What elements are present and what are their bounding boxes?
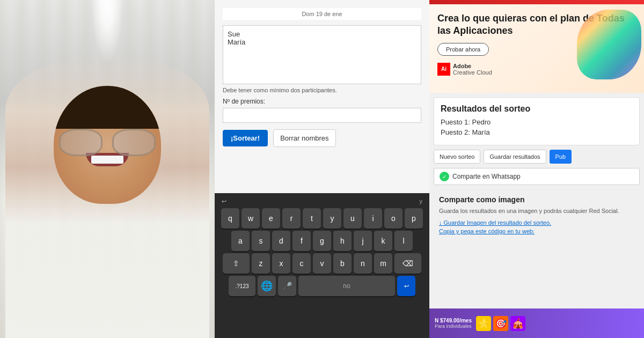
results-title: Resultados del sorteo: [441, 104, 633, 114]
keyboard-row-3: ⇧ z x c v b n m ⌫: [217, 253, 427, 274]
person-hair: [54, 86, 161, 129]
results-action-buttons: Nuevo sorteo Guardar resultados Pub: [434, 150, 640, 164]
key-n[interactable]: n: [354, 253, 372, 274]
date-bar: Dom 19 de ene: [223, 8, 421, 20]
embed-code-link[interactable]: Copia y pega este código en tu web:: [439, 228, 634, 234]
glasses-icon: [59, 129, 156, 156]
key-m[interactable]: m: [374, 253, 392, 274]
key-z[interactable]: z: [252, 253, 270, 274]
key-t[interactable]: t: [303, 208, 321, 229]
key-shift[interactable]: ⇧: [223, 253, 250, 274]
selfie-background: [0, 0, 215, 338]
bottom-icon-2: 🎯: [493, 316, 508, 331]
keyboard-row-1: q w e r t y u i o p: [217, 208, 427, 229]
key-g[interactable]: g: [313, 231, 331, 251]
adobe-logo-text: Adobe Creative Cloud: [453, 63, 492, 76]
share-image-section: Comparte como imagen Guarda los resultad…: [434, 189, 640, 242]
key-i[interactable]: i: [364, 208, 382, 229]
key-s[interactable]: s: [252, 231, 270, 251]
keyboard-top-row: ↩ y: [217, 196, 427, 207]
key-a[interactable]: a: [231, 231, 250, 251]
bottom-icon-3: 🎪: [510, 316, 525, 331]
sortear-button[interactable]: ¡Sortear!: [223, 130, 268, 146]
premios-label: Nº de premios:: [223, 98, 421, 105]
action-buttons-row: ¡Sortear! Borrar nombres: [223, 129, 421, 147]
key-v[interactable]: v: [313, 253, 331, 274]
key-u[interactable]: u: [343, 208, 362, 229]
person-silhouette: [5, 54, 209, 338]
key-c[interactable]: c: [292, 253, 311, 274]
premios-input[interactable]: [223, 108, 421, 123]
whatsapp-share-button[interactable]: ✓ Comparte en Whatsapp: [434, 168, 640, 185]
key-b[interactable]: b: [333, 253, 352, 274]
tablet-screen: Dom 19 de ene Sue María Debe tener como …: [215, 0, 429, 204]
tablet-frame: [429, 0, 644, 4]
adobe-try-button[interactable]: Probar ahora: [437, 43, 489, 56]
key-d[interactable]: d: [272, 231, 290, 251]
adobe-logo-icon: Ai: [437, 63, 450, 76]
key-l[interactable]: l: [394, 231, 413, 251]
facebook-pub-button[interactable]: Pub: [550, 150, 572, 164]
key-o[interactable]: o: [384, 208, 402, 229]
light-glare: [91, 0, 123, 64]
names-textarea[interactable]: Sue María: [223, 25, 421, 84]
result-item-1: Puesto 1: Pedro: [441, 118, 633, 126]
download-image-link[interactable]: ↓ Guardar Imagen del resultado del sorte…: [439, 219, 634, 226]
key-q[interactable]: q: [221, 208, 239, 229]
key-emoji[interactable]: 🌐: [258, 276, 276, 296]
bottom-icon-1: 🌟: [476, 316, 491, 331]
tablet-keyboard-panel: Dom 19 de ene Sue María Debe tener como …: [215, 0, 429, 338]
key-return[interactable]: ↩: [397, 276, 415, 296]
key-x[interactable]: x: [272, 253, 290, 274]
key-space[interactable]: no: [298, 276, 395, 296]
adobe-ad-banner: Crea lo que quieras con el plan de Todas…: [429, 4, 644, 93]
bottom-promo-banner: N $749.00/mes Para individuales 🌟 🎯 🎪: [429, 308, 644, 338]
key-h[interactable]: h: [333, 231, 352, 251]
key-e[interactable]: e: [262, 208, 280, 229]
virtual-keyboard: ↩ y q w e r t y u i o p a s d f g h j k …: [215, 193, 429, 338]
keyboard-row-4: .?123 🌐 🎤 no ↩: [217, 276, 427, 296]
keyboard-row-2: a s d f g h j k l: [217, 231, 427, 251]
borrar-button[interactable]: Borrar nombres: [273, 129, 335, 147]
share-image-description: Guarda los resultados en una imagen y po…: [439, 207, 634, 215]
raffle-results-panel: Crea lo que quieras con el plan de Todas…: [429, 0, 644, 338]
key-j[interactable]: j: [354, 231, 372, 251]
bottom-banner-icons: 🌟 🎯 🎪: [476, 316, 525, 331]
nuevo-sorteo-button[interactable]: Nuevo sorteo: [434, 150, 480, 164]
key-w[interactable]: w: [241, 208, 260, 229]
selfie-panel: [0, 0, 215, 338]
share-image-title: Comparte como imagen: [439, 195, 634, 204]
key-r[interactable]: r: [282, 208, 301, 229]
bottom-banner-text: N $749.00/mes Para individuales: [435, 318, 472, 329]
whatsapp-icon: ✓: [440, 172, 449, 181]
adobe-decorative-image: [577, 10, 641, 79]
results-section: Resultados del sorteo Puesto 1: Pedro Pu…: [434, 97, 640, 145]
key-numbers[interactable]: .?123: [229, 276, 255, 296]
key-y[interactable]: y: [323, 208, 341, 229]
key-backspace[interactable]: ⌫: [394, 253, 421, 274]
key-mic[interactable]: 🎤: [278, 276, 296, 296]
result-item-2: Puesto 2: María: [441, 128, 633, 136]
key-k[interactable]: k: [374, 231, 392, 251]
key-p[interactable]: p: [405, 208, 423, 229]
guardar-resultados-button[interactable]: Guardar resultados: [484, 150, 546, 164]
key-f[interactable]: f: [292, 231, 311, 251]
min-participants-text: Debe tener como mínimo dos participantes…: [223, 87, 421, 93]
